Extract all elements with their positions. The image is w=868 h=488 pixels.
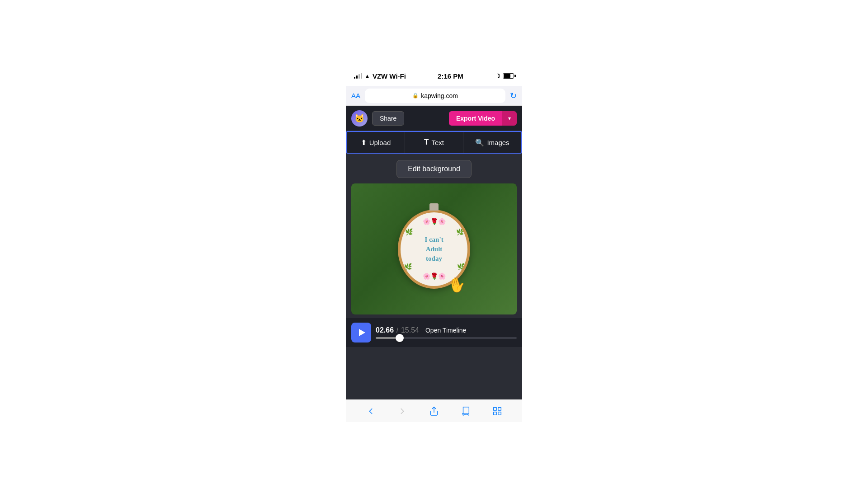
bookmarks-icon (461, 406, 471, 416)
forward-icon (397, 406, 407, 416)
edit-background-button[interactable]: Edit background (396, 160, 472, 178)
toolbar-text[interactable]: T Text (405, 132, 463, 153)
url-text: kapwing.com (421, 92, 458, 99)
embroidery-line1: I can't (425, 235, 443, 244)
embroidery-text: I can't Adult today (425, 235, 443, 263)
current-time: 02.66 (376, 326, 394, 334)
signal-bars (354, 73, 362, 79)
app-content: 🐱 Share Export Video ▾ ⬆ Upload T Text 🔍… (346, 106, 522, 399)
play-button[interactable] (351, 323, 371, 343)
text-icon: T (424, 138, 429, 147)
flower-bl: 🌿 (404, 263, 412, 270)
flower-left: 🌿 (405, 228, 413, 235)
images-label: Images (487, 139, 509, 146)
back-icon (366, 406, 376, 416)
battery-level (504, 74, 510, 78)
forward-button[interactable] (394, 403, 410, 419)
carrier-text: VZW Wi-Fi (373, 72, 406, 80)
bookmarks-button[interactable] (458, 403, 474, 419)
phone-frame: ▲ VZW Wi-Fi 2:16 PM ☽ AA 🔒 kapwing.com ↻… (346, 66, 522, 422)
flower-top: 🌸🌹🌸 (423, 218, 446, 225)
url-bar[interactable]: 🔒 kapwing.com (365, 89, 505, 103)
toolbar: ⬆ Upload T Text 🔍 Images (346, 131, 522, 154)
tabs-button[interactable] (489, 403, 505, 419)
status-time: 2:16 PM (438, 72, 463, 80)
aa-button[interactable]: AA (351, 92, 360, 99)
upload-icon: ⬆ (361, 138, 367, 147)
flower-right: 🌿 (456, 228, 464, 235)
svg-rect-1 (494, 407, 496, 410)
lock-icon: 🔒 (412, 93, 419, 99)
avatar-emoji: 🐱 (354, 113, 364, 123)
status-bar: ▲ VZW Wi-Fi 2:16 PM ☽ (346, 66, 522, 86)
signal-bar-2 (356, 75, 358, 79)
play-icon (359, 329, 365, 336)
total-time: 15.54 (401, 326, 419, 334)
timeline-bar: 02.66 / 15.54 Open Timeline (346, 318, 522, 347)
share-button[interactable]: Share (372, 111, 404, 126)
avatar[interactable]: 🐱 (351, 110, 368, 127)
signal-bar-3 (359, 74, 360, 79)
hoop-inner: 🌸🌹🌸 🌿 🌿 I can't Adult today 🌸🌹🌸 🌿 🌿 (401, 212, 467, 286)
time-display: 02.66 / 15.54 Open Timeline (376, 326, 517, 334)
moon-icon: ☽ (495, 73, 500, 80)
tabs-icon (492, 406, 502, 416)
hoop-clamp (429, 203, 439, 211)
progress-thumb[interactable] (396, 334, 404, 342)
toolbar-upload[interactable]: ⬆ Upload (347, 132, 405, 153)
toolbar-images[interactable]: 🔍 Images (463, 132, 521, 153)
status-left: ▲ VZW Wi-Fi (354, 72, 406, 80)
embroidery-line3: today (425, 254, 443, 263)
flower-bottom: 🌸🌹🌸 (423, 272, 446, 280)
share-icon (429, 406, 439, 416)
upload-label: Upload (369, 139, 391, 146)
svg-rect-2 (498, 407, 501, 410)
export-dropdown-button[interactable]: ▾ (502, 111, 517, 126)
time-controls: 02.66 / 15.54 Open Timeline (376, 326, 517, 339)
svg-rect-4 (498, 412, 501, 414)
ios-bottom-bar (346, 399, 522, 422)
text-label: Text (431, 139, 444, 146)
edit-background-area: Edit background (346, 154, 522, 182)
back-button[interactable] (363, 403, 379, 419)
embroidery-line2: Adult (425, 244, 443, 254)
flower-br: 🌿 (457, 263, 465, 270)
status-right: ☽ (495, 73, 514, 80)
svg-rect-3 (494, 412, 496, 414)
progress-bar[interactable] (376, 337, 517, 339)
refresh-button[interactable]: ↻ (510, 91, 517, 101)
signal-bar-1 (354, 77, 355, 79)
video-preview: 🌸🌹🌸 🌿 🌿 I can't Adult today 🌸🌹🌸 🌿 🌿 (351, 183, 517, 314)
browser-bar: AA 🔒 kapwing.com ↻ (346, 86, 522, 106)
wifi-icon: ▲ (364, 73, 370, 80)
time-separator: / (396, 327, 398, 334)
battery-icon (503, 73, 514, 79)
top-nav: 🐱 Share Export Video ▾ (346, 106, 522, 131)
share-button[interactable] (426, 403, 442, 419)
export-video-button[interactable]: Export Video (449, 111, 502, 126)
open-timeline-button[interactable]: Open Timeline (425, 327, 466, 334)
images-search-icon: 🔍 (475, 138, 484, 147)
signal-bar-4 (361, 73, 362, 79)
